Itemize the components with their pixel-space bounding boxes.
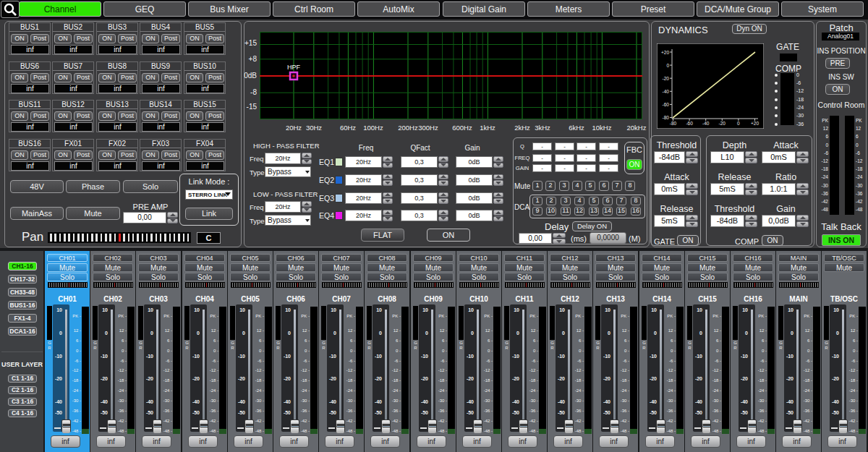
svg-text:-80: -80: [670, 121, 677, 126]
svg-text:-60: -60: [686, 121, 693, 126]
svg-text:+20: +20: [661, 50, 669, 55]
svg-text:-60: -60: [663, 102, 670, 107]
svg-text:0: 0: [737, 121, 740, 126]
svg-text:HPF: HPF: [287, 64, 301, 71]
svg-text:-80: -80: [663, 115, 670, 120]
svg-text:-40: -40: [663, 89, 670, 94]
svg-text:-20: -20: [719, 121, 726, 126]
svg-text:0: 0: [666, 63, 669, 68]
svg-text:-40: -40: [702, 121, 710, 126]
svg-text:+20: +20: [751, 121, 759, 126]
svg-text:-20: -20: [663, 76, 670, 81]
